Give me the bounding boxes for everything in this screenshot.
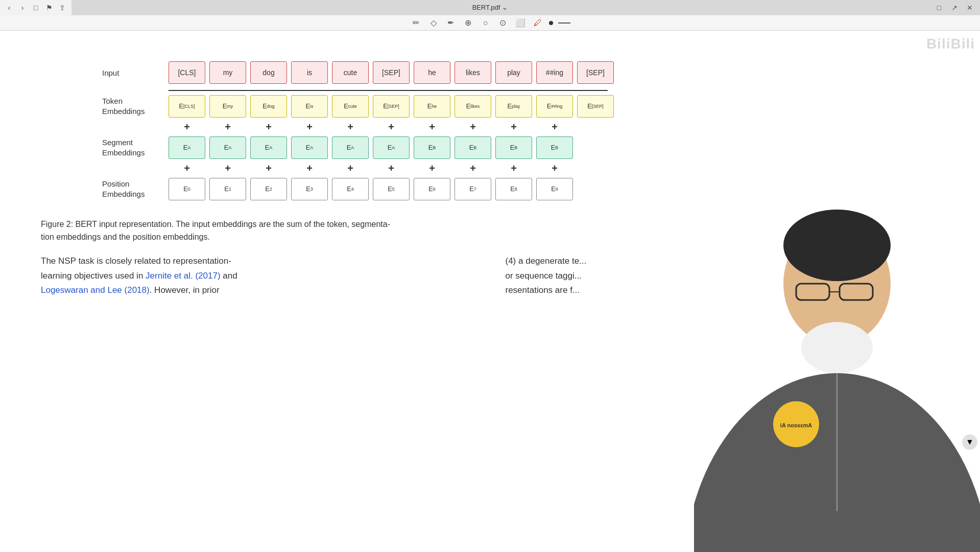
plus-symbols-1: + + + + + + + + + + [169, 121, 573, 133]
close-button[interactable]: ✕ [965, 3, 975, 13]
forward-button[interactable]: › [17, 3, 28, 13]
input-label: Input [102, 68, 158, 77]
seg-a6: EA [373, 136, 410, 159]
plus-15: + [332, 163, 369, 174]
pencil-icon[interactable]: ✏ [410, 17, 422, 29]
pos-9: E9 [536, 178, 573, 200]
token-sep2: [SEP] [577, 61, 614, 84]
logeswaran-link[interactable]: Logeswaran and Lee (2018) [41, 285, 150, 295]
plus-4: + [291, 121, 328, 133]
new-tab-icon[interactable]: ↗ [949, 3, 960, 13]
token-cute: cute [332, 61, 369, 84]
plus-symbols-2: + + + + + + + + + + [169, 163, 573, 174]
main-content: BiliBili Input [CLS] my dog is cute [SEP… [0, 31, 980, 552]
emb-likes: Elikes [455, 95, 491, 118]
title-bar: ‹ › □ ⚑ ⇪ BERT.pdf ⌄ ✕ □ ↗ [0, 0, 980, 15]
emb-is: Eis [291, 95, 328, 118]
pos-2: E2 [250, 178, 287, 200]
emb-sep1: E[SEP] [373, 95, 410, 118]
position-embedding-boxes: E0 E1 E2 E3 E4 E5 E6 E7 E8 E9 [169, 178, 573, 200]
figure-caption: Figure 2: BERT input representation. The… [41, 218, 541, 244]
plus-19: + [495, 163, 532, 174]
plus-11: + [169, 163, 205, 174]
seg-b3: EB [495, 136, 532, 159]
bookmark-add-icon[interactable]: □ [934, 3, 944, 13]
emb-play: Eplay [495, 95, 532, 118]
line-style[interactable] [558, 22, 570, 24]
back-button[interactable]: ‹ [4, 3, 14, 13]
plus-10: + [536, 121, 573, 133]
bookmark-icon[interactable]: ⚑ [44, 3, 54, 13]
left-column: The NSP task is closely related to repre… [41, 254, 475, 298]
seg-b1: EB [414, 136, 450, 159]
highlight-icon[interactable]: ✒ [445, 17, 457, 29]
fit-page-icon[interactable]: □ [31, 3, 41, 13]
plus-6: + [373, 121, 410, 133]
pos-6: E6 [414, 178, 450, 200]
eraser-icon[interactable]: ◇ [427, 17, 440, 29]
emb-my: Emy [209, 95, 246, 118]
pen-icon[interactable]: 🖊 [532, 17, 544, 29]
crop-icon[interactable]: ⬜ [514, 17, 527, 29]
bilibili-watermark: BiliBili [926, 36, 975, 52]
token-is: is [291, 61, 328, 84]
zoom-icon[interactable]: ⊕ [462, 17, 474, 29]
plus-3: + [250, 121, 287, 133]
svg-point-3 [783, 210, 891, 281]
token-play: play [495, 61, 532, 84]
token-hhing: ##ing [536, 61, 573, 84]
pos-5: E5 [373, 178, 410, 200]
segment-embedding-boxes: EA EA EA EA EA EA EB EB EB EB [169, 136, 573, 159]
plus-12: + [209, 163, 246, 174]
plus-14: + [291, 163, 328, 174]
emb-cls: E[CLS] [169, 95, 205, 118]
plus-2: + [209, 121, 246, 133]
left-paragraph: The NSP task is closely related to repre… [41, 254, 475, 298]
emb-sep2: E[SEP] [577, 95, 614, 118]
plus-13: + [250, 163, 287, 174]
scroll-down-button[interactable]: ▼ [962, 434, 977, 450]
share-icon[interactable]: ⇪ [57, 3, 67, 13]
seg-a1: EA [169, 136, 205, 159]
record-icon[interactable]: ⊙ [497, 17, 509, 29]
plus-1: + [169, 121, 205, 133]
plus-row-2: + + + + + + + + + + [102, 161, 939, 176]
bert-diagram: Input [CLS] my dog is cute [SEP] he like… [102, 61, 939, 202]
browser-chrome: ‹ › □ ⚑ ⇪ BERT.pdf ⌄ ✕ □ ↗ ✏ ◇ ✒ ⊕ ○ ⊙ ⬜… [0, 0, 980, 31]
presenter-svg: iA nossεmA [694, 194, 980, 552]
document-title: BERT.pdf [472, 4, 500, 11]
plus-9: + [495, 121, 532, 133]
token-my: my [209, 61, 246, 84]
token-embedding-label: TokenEmbeddings [102, 96, 158, 116]
seg-a4: EA [291, 136, 328, 159]
jernite-link[interactable]: Jernite et al. (2017) [146, 271, 220, 281]
window-controls: ✕ [965, 3, 975, 13]
token-he: he [414, 61, 450, 84]
presenter-overlay: iA nossεmA [694, 194, 980, 552]
token-embedding-row: TokenEmbeddings E[CLS] Emy Edog Eis Ecut… [102, 95, 939, 118]
plus-row-1: + + + + + + + + + + [102, 120, 939, 134]
color-dot[interactable] [549, 21, 553, 25]
emb-cute: Ecute [332, 95, 369, 118]
svg-text:iA nossεmA: iA nossεmA [780, 422, 812, 428]
token-likes: likes [455, 61, 491, 84]
pos-4: E4 [332, 178, 369, 200]
plus-16: + [373, 163, 410, 174]
input-tokens: [CLS] my dog is cute [SEP] he likes play… [169, 61, 614, 84]
circle-icon[interactable]: ○ [480, 17, 492, 29]
pos-8: E8 [495, 178, 532, 200]
segment-embedding-row: SegmentEmbeddings EA EA EA EA EA EA EB E… [102, 136, 939, 159]
plus-17: + [414, 163, 450, 174]
pos-0: E0 [169, 178, 205, 200]
seg-a5: EA [332, 136, 369, 159]
token-embedding-boxes: E[CLS] Emy Edog Eis Ecute E[SEP] Ehe Eli… [169, 95, 614, 118]
emb-he: Ehe [414, 95, 450, 118]
emb-hhing: E##ing [536, 95, 573, 118]
plus-20: + [536, 163, 573, 174]
pos-3: E3 [291, 178, 328, 200]
title-dropdown[interactable]: ⌄ [502, 4, 508, 11]
plus-7: + [414, 121, 450, 133]
svg-point-10 [801, 322, 873, 373]
pos-1: E1 [209, 178, 246, 200]
plus-18: + [455, 163, 491, 174]
